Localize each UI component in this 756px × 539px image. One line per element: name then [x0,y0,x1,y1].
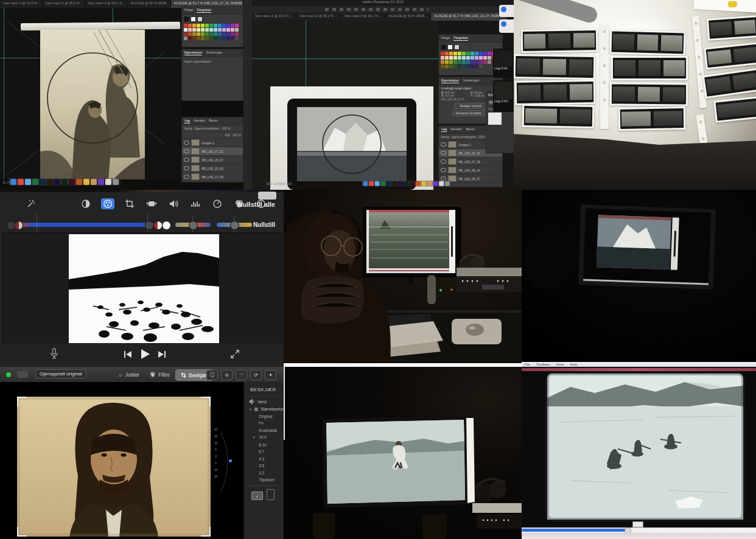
aspect-option[interactable]: 4:3 [244,454,284,461]
color-balance-icon[interactable] [79,198,93,209]
skip-forward-icon[interactable] [157,350,167,359]
seek-bar[interactable] [522,527,756,533]
blend-mode-select[interactable]: Vanlig [441,135,449,139]
crop-canvas[interactable] [17,397,211,537]
library-color-swatch[interactable] [488,113,502,125]
slider-handle[interactable] [153,221,163,230]
menu-item[interactable]: Help [570,363,577,366]
notification-preview-card[interactable]: Legg til fort… [493,80,514,112]
volume-speaker-icon[interactable] [167,198,180,209]
slider-handle[interactable] [145,221,154,230]
auto-enhance-wand-icon[interactable] [24,198,38,209]
ps-a-swatches-panel[interactable]: FargeFargekart [181,6,243,47]
dock-icon[interactable] [40,179,46,185]
aspect-option[interactable]: 8:10 [244,440,284,447]
opacity-value[interactable]: 100 % [222,127,230,130]
dock-icon[interactable] [445,181,450,186]
crop-corner-handle[interactable] [17,397,27,406]
macos-dock[interactable] [362,181,451,187]
dock-icon[interactable] [10,179,16,185]
revert-original-button[interactable]: Gjenopprett original [35,369,86,378]
dock-icon[interactable] [105,179,111,185]
tab-color[interactable]: Farge [184,8,193,13]
dock-icon[interactable] [392,181,397,186]
aspect-option[interactable]: Tilpasset [244,475,284,482]
visibility-eye-icon[interactable] [441,176,446,181]
temperature-slider[interactable] [217,223,252,227]
layer-row[interactable]: NB_LSS_17_04 [182,173,243,181]
tab-layers[interactable]: Lag [441,127,447,132]
microphone-icon[interactable] [49,348,60,360]
dock-icon[interactable] [369,181,374,186]
crop-corner-handle[interactable] [201,527,211,537]
dock-icon[interactable] [54,179,60,185]
slider-handle[interactable] [230,221,239,230]
dock-icon[interactable] [83,179,89,185]
rotation-dial[interactable]: 2015105051020 [211,423,235,501]
aspect-option[interactable]: 5:7 [244,447,284,454]
zoom-pill-button[interactable] [17,371,28,378]
flip-button[interactable]: Vend [244,397,284,405]
slider-handle[interactable] [14,221,23,230]
visibility-eye-icon[interactable] [441,168,446,172]
speed-gauge-icon[interactable] [211,198,224,209]
tab-paths[interactable]: Baner [466,127,475,132]
slider-handle[interactable] [162,221,171,230]
crop-icon[interactable] [123,198,136,209]
tab-adjustments[interactable]: Justeringer [206,50,222,55]
magic-wand-button[interactable]: ✦ [265,370,276,380]
aspect-option[interactable]: 3:2 [244,468,284,475]
dock-icon[interactable] [398,181,403,186]
fill-value[interactable]: 100 % [233,133,241,137]
tab-properties[interactable]: Egenskaper [184,50,202,55]
saturation-slider[interactable] [175,223,211,227]
traffic-light-green[interactable] [6,372,11,377]
orientation-portrait-button[interactable] [267,489,275,500]
tab-channels[interactable]: Kanaler [450,127,462,132]
dock-icon[interactable] [76,179,82,185]
layer-row[interactable]: NB_LSS_08_14 [439,166,502,175]
visibility-eye-icon[interactable] [441,142,446,147]
layer-row[interactable]: NB_LSS_23_03 [182,164,243,173]
ps-b-document-tabs[interactable]: Uten navn-1 @ 33,3 % …Uten navn-2 @ 35,2… [252,13,508,21]
layer-row[interactable]: NB_LSS_07_29 [439,158,502,166]
crop-corner-handle[interactable] [17,527,27,537]
visibility-eye-icon[interactable] [184,175,189,179]
tab-adjustments[interactable]: Justeringer [463,78,479,83]
ps-a-layer-list[interactable]: Gruppe 1NB_LSS_27_21NB_LSS_26_07NB_LSS_2… [182,139,243,181]
notification-preview-card[interactable]: Legg til lok… [493,49,514,78]
macos-dock[interactable] [9,178,121,186]
dock-icon[interactable] [427,181,432,186]
aspect-option[interactable]: 3:5 [244,461,284,468]
tab-swatches[interactable]: Fargekart [197,8,211,13]
aspect-option[interactable]: ✓16:9 [244,433,284,440]
tab-filters[interactable]: Filtre [145,369,175,380]
tab-color[interactable]: Farge [441,36,450,41]
crop-corner-handle[interactable] [201,397,211,406]
orientation-landscape-button[interactable]: ✓ [251,492,263,500]
aspect-option[interactable]: Kvadratisk [244,425,284,433]
dock-icon[interactable] [32,179,38,185]
dock-icon[interactable] [410,181,415,186]
swatch-grid[interactable] [182,22,243,42]
auto-enhance-button[interactable]: ⊖ [221,370,233,380]
menu-item[interactable]: Toolbars [536,363,550,366]
favorite-button[interactable]: ♡ [236,370,247,380]
dim-value[interactable]: X: -0,7 cm [441,94,471,97]
skip-back-icon[interactable] [123,350,133,359]
ps-a-collapsed-panel-strip[interactable] [243,0,252,190]
mini-swatches[interactable] [182,15,243,22]
tab-layers[interactable]: Lag [184,119,190,123]
menu-item[interactable]: File [524,363,530,366]
dock-icon[interactable] [387,181,391,186]
dock-icon[interactable] [363,181,368,186]
dock-icon[interactable] [404,181,409,186]
tab-paths[interactable]: Baner [209,119,218,123]
dock-icon[interactable] [380,181,385,186]
fullscreen-expand-icon[interactable] [230,349,240,359]
slider-handle[interactable] [189,221,198,230]
audio-levels-icon[interactable] [189,198,202,209]
tab-adjust[interactable]: ☼ Juster [113,369,144,380]
dock-icon[interactable] [47,179,53,185]
layer-row[interactable]: Gruppe 1 [182,139,243,147]
